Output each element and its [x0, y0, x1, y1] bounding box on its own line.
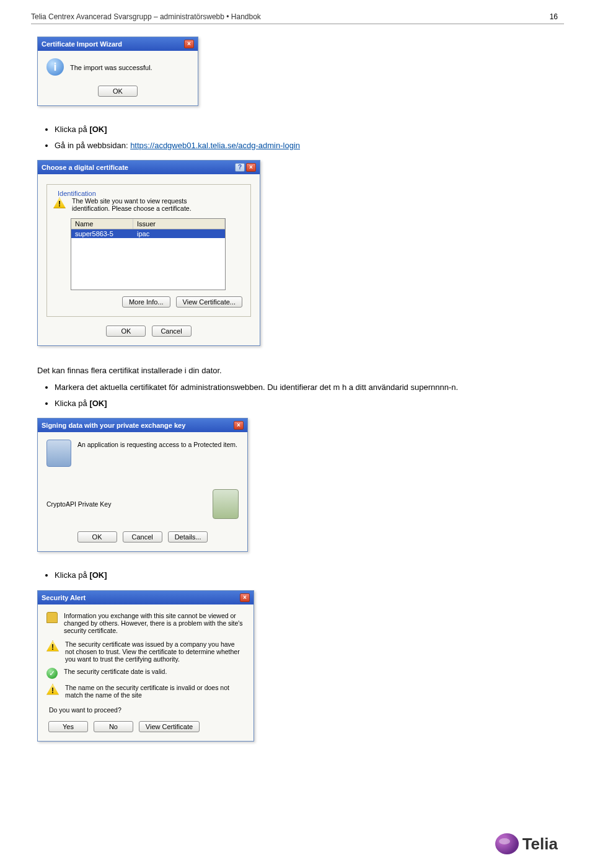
column-header-name: Name — [71, 219, 133, 229]
cancel-button[interactable]: Cancel — [152, 326, 192, 337]
telia-swirl-icon — [495, 833, 519, 854]
alert-item: The security certificate date is valid. — [64, 668, 167, 675]
dialog-title: Security Alert — [42, 594, 86, 601]
more-info-button[interactable]: More Info... — [122, 296, 170, 308]
list-item: Klicka på [OK] — [55, 397, 564, 410]
certificate-list[interactable]: Name Issuer super5863-5 ipac — [71, 218, 226, 290]
dialog-message: The import was successful. — [70, 63, 152, 71]
dialog-title: Choose a digital certificate — [42, 164, 128, 171]
alert-intro: Information you exchange with this site … — [64, 612, 245, 634]
close-icon[interactable]: × — [234, 421, 244, 430]
telia-logo: Telia — [495, 833, 558, 854]
cert-name: super5863-5 — [71, 229, 133, 238]
paragraph: Det kan finnas flera certifikat installe… — [37, 366, 564, 375]
dialog-signing-data: Signing data with your private exchange … — [37, 418, 248, 552]
key-label: CryptoAPI Private Key — [46, 500, 206, 508]
list-item: Klicka på [OK] — [55, 569, 564, 582]
dialog-text: identification. Please choose a certific… — [72, 205, 192, 212]
list-item: Markera det aktuella certifikatet för ad… — [55, 381, 564, 394]
titlebar: Choose a digital certificate ? × — [38, 161, 260, 174]
details-button[interactable]: Details... — [168, 531, 208, 542]
dialog-title: Certificate Import Wizard — [42, 40, 122, 48]
cancel-button[interactable]: Cancel — [123, 531, 162, 542]
header-text: Telia Centrex Avancerad Svarsgrupp – adm… — [31, 12, 261, 21]
list-item: Gå in på webbsidan: https://acdgweb01.ka… — [55, 140, 564, 152]
ok-button[interactable]: OK — [77, 531, 117, 542]
login-link[interactable]: https://acdgweb01.kal.telia.se/acdg-admi… — [130, 141, 300, 150]
computer-icon — [46, 440, 71, 467]
titlebar: Signing data with your private exchange … — [38, 418, 247, 432]
yes-button[interactable]: Yes — [48, 721, 88, 732]
view-certificate-button[interactable]: View Certificate — [139, 721, 200, 732]
alert-item: The name on the security certificate is … — [65, 684, 245, 699]
no-button[interactable]: No — [94, 721, 133, 732]
dialog-title: Signing data with your private exchange … — [42, 422, 185, 429]
header-rule — [31, 24, 564, 24]
close-icon[interactable]: × — [184, 40, 194, 48]
info-icon: i — [46, 58, 64, 76]
instruction-list-3: Klicka på [OK] — [55, 569, 564, 582]
dialog-message: An application is requesting access to a… — [77, 440, 237, 448]
section-label: Identification — [56, 190, 98, 197]
dialog-choose-certificate: Choose a digital certificate ? × Identif… — [37, 160, 260, 346]
instruction-list-1: Klicka på [OK] Gå in på webbsidan: https… — [55, 123, 564, 151]
alert-question: Do you want to proceed? — [49, 706, 245, 714]
column-header-issuer: Issuer — [133, 219, 225, 229]
telia-wordmark: Telia — [522, 835, 558, 854]
dialog-text: The Web site you want to view requests — [72, 197, 192, 205]
lock-icon — [46, 612, 58, 623]
warning-icon: ! — [46, 684, 59, 695]
check-icon: ✓ — [46, 668, 58, 679]
titlebar: Certificate Import Wizard × — [38, 37, 198, 51]
instruction-list-2: Markera det aktuella certifikatet för ad… — [55, 381, 564, 409]
help-icon[interactable]: ? — [235, 163, 245, 172]
view-certificate-button[interactable]: View Certificate... — [176, 296, 242, 308]
list-item: Klicka på [OK] — [55, 123, 564, 136]
cert-issuer: ipac — [133, 229, 153, 238]
ok-button[interactable]: OK — [106, 326, 146, 337]
ok-button[interactable]: OK — [98, 86, 138, 97]
warning-icon: ! — [53, 197, 66, 208]
dialog-security-alert: Security Alert × Information you exchang… — [37, 590, 254, 742]
warning-icon: ! — [46, 640, 59, 652]
certificate-row[interactable]: super5863-5 ipac — [71, 229, 225, 238]
key-icon — [213, 489, 239, 519]
page-number: 16 — [550, 12, 558, 21]
doc-header: Telia Centrex Avancerad Svarsgrupp – adm… — [31, 12, 564, 21]
close-icon[interactable]: × — [240, 593, 250, 602]
alert-item: The security certificate was issued by a… — [65, 640, 245, 663]
dialog-import-success: Certificate Import Wizard × i The import… — [37, 37, 198, 106]
titlebar: Security Alert × — [38, 591, 253, 604]
close-icon[interactable]: × — [246, 163, 256, 172]
